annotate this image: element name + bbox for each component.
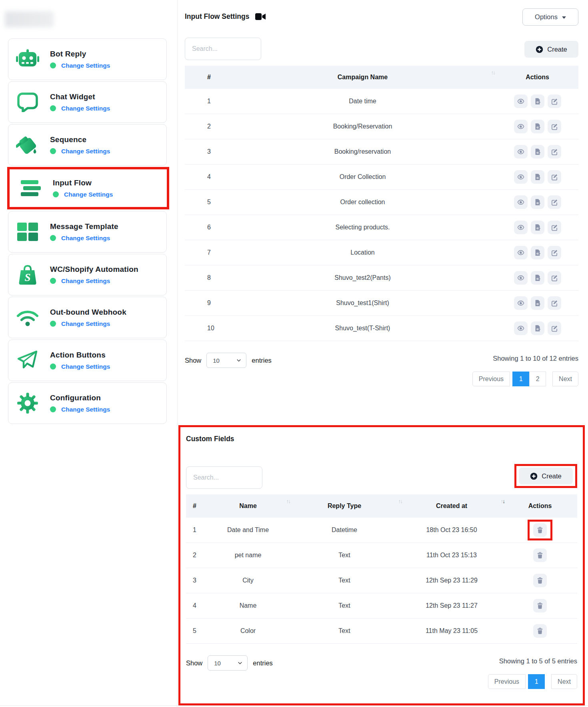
input-flow-table: # Campaign Name ↑↓ Actions 1 Date time [185,66,578,341]
change-settings-link[interactable]: Change Settings [61,235,110,242]
export-button[interactable] [531,221,544,234]
campaign-name-cell: Shuvo_test(T-Shirt) [229,325,496,332]
sidebar-item-out-bound-webhook[interactable]: Out-bound Webhook Change Settings [8,297,167,338]
export-button[interactable] [531,145,544,159]
change-settings-link[interactable]: Change Settings [61,277,110,285]
edit-button[interactable] [548,170,561,184]
view-button[interactable] [514,145,528,159]
export-button[interactable] [531,296,544,310]
column-header-created-at[interactable]: Created at ↑↓ [400,502,503,510]
view-button[interactable] [514,221,528,234]
view-button[interactable] [514,195,528,209]
edit-button[interactable] [548,195,561,209]
edit-button[interactable] [548,145,561,159]
eye-icon [517,224,524,231]
chat-bubble-icon [12,92,44,112]
edit-button[interactable] [548,246,561,259]
created-at-cell: 18th Oct 23 16:50 [400,526,503,534]
created-at-cell: 12th Sep 23 11:27 [400,602,503,609]
page-button-1[interactable]: 1 [528,674,545,689]
view-button[interactable] [514,271,528,285]
sidebar-item-configuration[interactable]: Configuration Change Settings [8,382,167,424]
delete-button[interactable] [533,523,547,537]
row-index: 3 [185,148,229,155]
eye-icon [517,173,524,181]
view-button[interactable] [514,94,528,108]
edit-button[interactable] [548,221,561,234]
column-header-name[interactable]: Name ↑↓ [208,502,288,510]
sidebar-item-title: WC/Shopify Automation [50,265,138,274]
view-button[interactable] [514,120,528,133]
change-settings-link[interactable]: Change Settings [61,62,110,69]
edit-button[interactable] [548,120,561,133]
change-settings-link[interactable]: Change Settings [61,320,110,327]
previous-page-button[interactable]: Previous [472,372,510,386]
row-index: 2 [185,123,229,130]
sidebar-item-message-template[interactable]: Message Template Change Settings [8,211,167,253]
file-export-icon [534,123,541,130]
view-button[interactable] [514,321,528,335]
export-button[interactable] [531,246,544,259]
sidebar-item-action-buttons[interactable]: Action Buttons Change Settings [8,339,167,381]
sidebar-item-sequence[interactable]: Sequence Change Settings [8,124,167,166]
sort-icon[interactable]: ↑↓ [491,70,495,76]
custom-fields-search-input[interactable] [186,466,262,489]
create-button-label: Create [542,472,562,480]
search-input[interactable] [185,38,261,60]
delete-button[interactable] [533,548,547,562]
sidebar-item-title: Sequence [50,135,110,144]
export-button[interactable] [531,195,544,209]
page-button-1[interactable]: 1 [512,372,529,386]
options-button[interactable]: Options [522,8,578,26]
view-button[interactable] [514,246,528,259]
chevron-down-icon [562,16,566,19]
change-settings-link[interactable]: Change Settings [61,363,110,370]
export-button[interactable] [531,321,544,335]
create-button[interactable]: Create [524,41,578,58]
row-index: 9 [185,299,229,307]
edit-button[interactable] [548,271,561,285]
eye-icon [517,274,524,281]
eye-icon [517,123,524,130]
change-settings-link[interactable]: Change Settings [61,148,110,155]
edit-icon [551,299,558,307]
video-camera-icon[interactable] [255,13,266,20]
next-page-button[interactable]: Next [552,372,578,386]
row-index: 2 [186,552,208,559]
entries-select[interactable]: 10 [206,353,246,368]
export-button[interactable] [531,120,544,133]
showing-entries-text: Showing 1 to 5 of 5 entries [499,657,577,665]
entries-label: entries [253,659,273,667]
export-button[interactable] [531,170,544,184]
edit-button[interactable] [548,94,561,108]
export-button[interactable] [531,271,544,285]
delete-button[interactable] [533,574,547,587]
next-page-button[interactable]: Next [551,674,577,689]
change-settings-link[interactable]: Change Settings [61,406,110,413]
row-actions [503,574,577,587]
entries-select[interactable]: 10 [208,655,248,671]
edit-button[interactable] [548,296,561,310]
delete-button[interactable] [533,624,547,638]
row-index: 1 [186,526,208,534]
app-logo [5,11,54,27]
column-header-campaign-name[interactable]: Campaign Name ↑↓ [229,74,496,81]
previous-page-button[interactable]: Previous [488,674,526,689]
change-settings-link[interactable]: Change Settings [61,105,110,112]
delete-button[interactable] [533,599,547,613]
column-header-reply-type[interactable]: Reply Type ↑↓ [288,502,400,510]
view-button[interactable] [514,296,528,310]
row-actions [496,296,578,310]
sidebar-item-chat-widget[interactable]: Chat Widget Change Settings [8,81,167,123]
sidebar-item-wc-shopify-automation[interactable]: S WC/Shopify Automation Change Settings [8,254,167,295]
custom-fields-create-button[interactable]: Create [519,468,573,484]
status-dot [50,62,56,68]
edit-icon [551,274,558,281]
view-button[interactable] [514,170,528,184]
change-settings-link[interactable]: Change Settings [64,191,113,198]
edit-button[interactable] [548,321,561,335]
export-button[interactable] [531,94,544,108]
sidebar-item-input-flow[interactable]: Input Flow Change Settings [11,169,165,207]
sidebar-item-bot-reply[interactable]: Bot Reply Change Settings [8,38,167,80]
page-button-2[interactable]: 2 [529,372,546,386]
